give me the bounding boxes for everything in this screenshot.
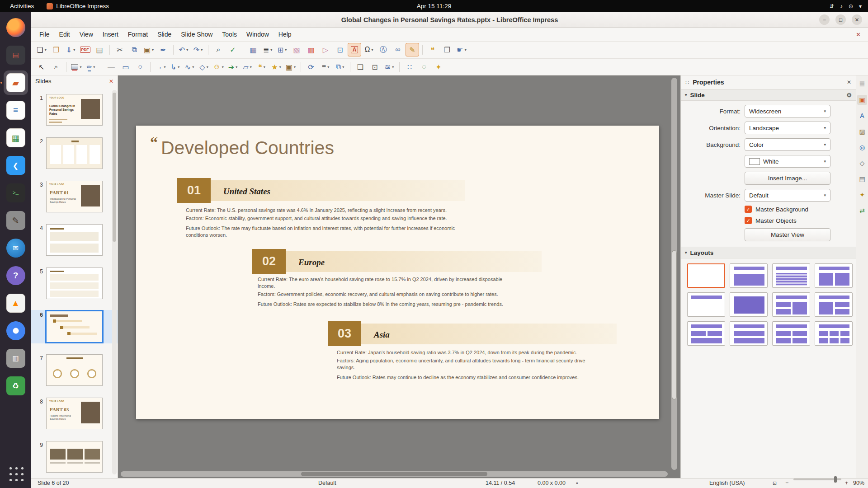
- gear-icon[interactable]: ⚙: [846, 92, 852, 99]
- cut-button[interactable]: ✂: [113, 43, 127, 56]
- dock-calc[interactable]: ▦: [4, 126, 28, 150]
- slide-thumbnail[interactable]: 5: [31, 267, 118, 300]
- menu-help[interactable]: Help: [274, 29, 296, 40]
- close-sidebar-icon[interactable]: ✕: [847, 79, 851, 85]
- focused-app-indicator[interactable]: LibreOffice Impress: [47, 3, 109, 9]
- callouts-tool[interactable]: ❝: [255, 60, 269, 74]
- zoom-slider[interactable]: [793, 479, 841, 480]
- slide-thumbnail[interactable]: 6: [31, 310, 118, 343]
- fill-color-button[interactable]: [70, 60, 83, 74]
- insert-table-button[interactable]: ⊞: [275, 43, 289, 56]
- ellipse-tool[interactable]: ○: [133, 60, 147, 74]
- insert-fontwork-button[interactable]: Ⓐ: [377, 43, 390, 56]
- glue-points-button[interactable]: ◌: [417, 60, 431, 74]
- title-bar[interactable]: Global Changes in Personal Savings Rates…: [31, 12, 868, 28]
- open-button[interactable]: ❒: [49, 43, 63, 56]
- redo-button[interactable]: ↷: [191, 43, 205, 56]
- dock-gimp[interactable]: ✎: [4, 208, 28, 233]
- copy-button[interactable]: ⧉: [127, 43, 141, 56]
- background-type-dropdown[interactable]: Color ▾: [745, 138, 830, 151]
- shadow-button[interactable]: ❏: [354, 60, 367, 74]
- dock-firefox[interactable]: [4, 15, 28, 40]
- insert-chart-button[interactable]: ▥: [304, 43, 318, 56]
- master-slide-name[interactable]: Default: [318, 479, 336, 488]
- print-button[interactable]: ▤: [93, 43, 106, 56]
- shapes-deck-tab[interactable]: ◇: [857, 158, 867, 168]
- zoom-out-button[interactable]: −: [785, 479, 788, 488]
- align-objects-button[interactable]: ≡: [319, 60, 332, 74]
- basic-shapes-tool[interactable]: ◇: [197, 60, 211, 74]
- section-text-frame[interactable]: Current Rate: Japan's household saving r…: [337, 349, 601, 382]
- layout-content-and-two-content[interactable]: [815, 292, 853, 317]
- edit-points-button[interactable]: ∷: [403, 60, 416, 74]
- 3d-objects-tool[interactable]: ▣: [284, 60, 297, 74]
- menu-window[interactable]: Window: [242, 29, 274, 40]
- menu-slide-show[interactable]: Slide Show: [176, 29, 217, 40]
- activities-button[interactable]: Activities: [6, 2, 38, 10]
- layouts-section-header[interactable]: ▾ Layouts: [681, 247, 856, 258]
- slide-title[interactable]: Developed Countries: [161, 137, 334, 159]
- slide-editor[interactable]: “ Developed Countries United States 01 C…: [136, 126, 659, 419]
- zoom-level[interactable]: 90%: [853, 479, 864, 488]
- layout-title-content[interactable]: [772, 263, 810, 288]
- image-filter-button[interactable]: ≋: [382, 60, 396, 74]
- dock-chromium[interactable]: [4, 319, 28, 343]
- menu-file[interactable]: File: [35, 29, 54, 40]
- volume-icon[interactable]: ♪: [840, 3, 843, 9]
- zoom-in-button[interactable]: +: [845, 479, 848, 488]
- navigator-deck-tab[interactable]: ◎: [857, 142, 867, 152]
- slide-thumbnail[interactable]: 9: [31, 440, 118, 474]
- chevron-down-icon[interactable]: ▾: [859, 3, 862, 9]
- clock[interactable]: Apr 15 11:29: [412, 2, 456, 10]
- spelling-button[interactable]: ✓: [226, 43, 240, 56]
- format-dropdown[interactable]: Widescreen ▾: [745, 105, 830, 117]
- layout-six-content[interactable]: [815, 321, 853, 346]
- dock-vlc[interactable]: ▲: [4, 291, 28, 315]
- dock-terminal[interactable]: >_: [4, 181, 28, 205]
- fit-slide-icon[interactable]: ⊡: [773, 479, 777, 488]
- slide-thumbnail[interactable]: 3 YOUR LOGO PART 01 Introduction to Pers…: [31, 180, 118, 213]
- scrollbar-thumb[interactable]: [301, 472, 487, 476]
- slide-section-asia[interactable]: Asia 03 Current Rate: Japan's household …: [328, 321, 617, 375]
- network-icon[interactable]: ⇵: [830, 3, 834, 9]
- dock-vscode[interactable]: ❮: [4, 153, 28, 178]
- export-pdf-button[interactable]: PDF: [78, 43, 92, 56]
- lines-arrows-tool[interactable]: →: [154, 60, 167, 74]
- insert-image-button[interactable]: Insert Image...: [745, 172, 830, 185]
- minimize-button[interactable]: −: [819, 14, 830, 25]
- dock-writer[interactable]: ≡: [4, 98, 28, 122]
- slide-thumbnail[interactable]: 1 YOUR LOGO Global Changes in Personal S…: [31, 93, 118, 127]
- scrollbar-thumb[interactable]: [672, 250, 677, 399]
- animation-deck-tab[interactable]: ✦: [857, 190, 867, 200]
- slides-scrollbar[interactable]: [112, 90, 117, 474]
- master-slides-deck-tab[interactable]: ▤: [857, 174, 867, 184]
- insert-line-tool[interactable]: —: [104, 60, 118, 74]
- dock-impress[interactable]: ▰: [4, 70, 28, 95]
- slide-thumbnail[interactable]: 2: [31, 136, 118, 170]
- rectangle-tool[interactable]: ▭: [119, 60, 132, 74]
- connectors-tool[interactable]: ↳: [168, 60, 182, 74]
- zoom-tool[interactable]: ⌕: [49, 60, 63, 74]
- dock-files[interactable]: ▤: [4, 43, 28, 67]
- close-icon[interactable]: ✕: [109, 78, 113, 84]
- dock-app-grid[interactable]: [4, 461, 28, 485]
- save-button[interactable]: ⇓: [64, 43, 77, 56]
- undo-button[interactable]: ↶: [177, 43, 190, 56]
- menu-view[interactable]: View: [75, 29, 98, 40]
- crop-image-button[interactable]: ⊡: [368, 60, 382, 74]
- slide-canvas[interactable]: “ Developed Countries United States 01 C…: [118, 75, 680, 478]
- block-arrows-tool[interactable]: ➔: [226, 60, 240, 74]
- arrange-objects-button[interactable]: ⧉: [333, 60, 347, 74]
- layout-blank[interactable]: [687, 263, 725, 288]
- interaction-button[interactable]: ☛: [455, 43, 468, 56]
- slide-transition-deck-tab[interactable]: ⇄: [857, 206, 867, 216]
- layout-four-content[interactable]: [772, 321, 810, 346]
- system-status-area[interactable]: ⇵ ♪ ⊙ ▾: [830, 3, 862, 9]
- insert-special-character-button[interactable]: Ω: [362, 43, 376, 56]
- layout-two-content-and-content[interactable]: [772, 292, 810, 317]
- find-replace-button[interactable]: ⌕: [212, 43, 225, 56]
- section-text-frame[interactable]: Current Rate: The U.S. personal savings …: [186, 207, 457, 239]
- animation-button[interactable]: ✦: [432, 60, 445, 74]
- symbol-shapes-tool[interactable]: ☺: [212, 60, 225, 74]
- dock-trash[interactable]: ♻: [4, 374, 28, 398]
